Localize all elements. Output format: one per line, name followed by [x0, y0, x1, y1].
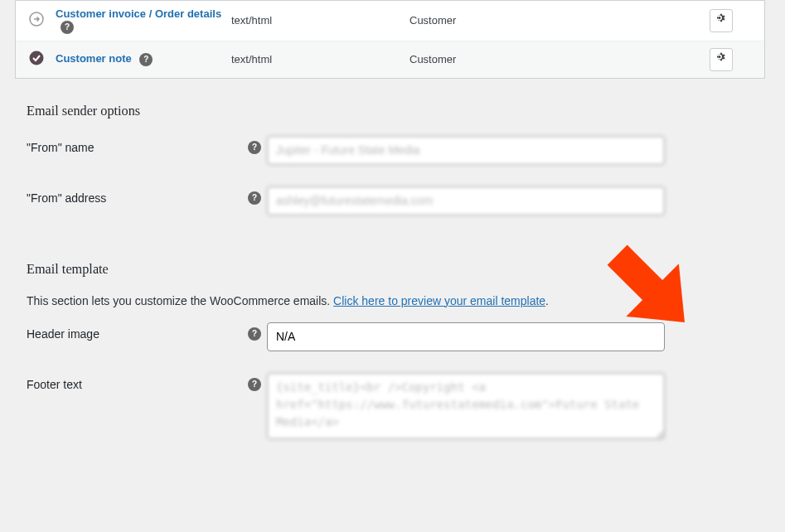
email-sender-section: Email sender options "From" name ? "From…: [0, 79, 785, 215]
from-address-input[interactable]: [267, 186, 665, 215]
section-description: This section lets you customize the WooC…: [27, 294, 758, 307]
content-type-cell: text/html: [231, 14, 409, 27]
manage-button[interactable]: [710, 48, 733, 71]
recipient-cell: Customer: [409, 53, 691, 65]
from-name-row: "From" name ?: [27, 136, 758, 165]
status-cell: [16, 12, 49, 29]
email-name-link[interactable]: Customer note: [56, 52, 132, 65]
section-title: Email template: [27, 262, 758, 278]
from-address-row: "From" address ?: [27, 186, 758, 215]
status-cell: [16, 51, 49, 68]
table-row: Customer invoice / Order details ? text/…: [16, 1, 764, 41]
table-row: Customer note ? text/html Customer: [16, 41, 764, 78]
help-icon[interactable]: ?: [248, 141, 261, 154]
status-manual-icon: [29, 12, 44, 27]
section-title: Email sender options: [27, 104, 758, 119]
email-notifications-table: Customer invoice / Order details ? text/…: [15, 0, 765, 79]
email-template-section: Email template This section lets you cus…: [0, 237, 785, 442]
header-image-label: Header image: [27, 322, 242, 341]
help-icon[interactable]: ?: [248, 327, 261, 341]
help-icon[interactable]: ?: [61, 21, 74, 34]
preview-template-link[interactable]: Click here to preview your email templat…: [333, 294, 545, 307]
content-type-cell: text/html: [231, 53, 409, 65]
footer-text-textarea[interactable]: {site_title}<br />Copyright <a href="htt…: [267, 373, 665, 439]
footer-text-label: Footer text: [27, 373, 242, 391]
help-icon[interactable]: ?: [248, 378, 261, 391]
header-image-row: Header image ?: [27, 322, 758, 351]
email-name-link[interactable]: Customer invoice / Order details: [56, 7, 221, 20]
header-image-input[interactable]: [267, 322, 665, 351]
help-icon[interactable]: ?: [248, 191, 261, 205]
recipient-cell: Customer: [409, 14, 691, 27]
from-address-label: "From" address: [27, 186, 242, 205]
gear-icon: [715, 12, 728, 28]
from-name-input[interactable]: [267, 136, 665, 165]
gear-icon: [715, 51, 728, 67]
manage-button[interactable]: [710, 9, 733, 32]
status-enabled-icon: [29, 51, 44, 65]
footer-text-row: Footer text ? {site_title}<br />Copyrigh…: [27, 373, 758, 442]
help-icon[interactable]: ?: [139, 53, 153, 66]
from-name-label: "From" name: [27, 136, 242, 154]
svg-point-1: [30, 51, 44, 65]
